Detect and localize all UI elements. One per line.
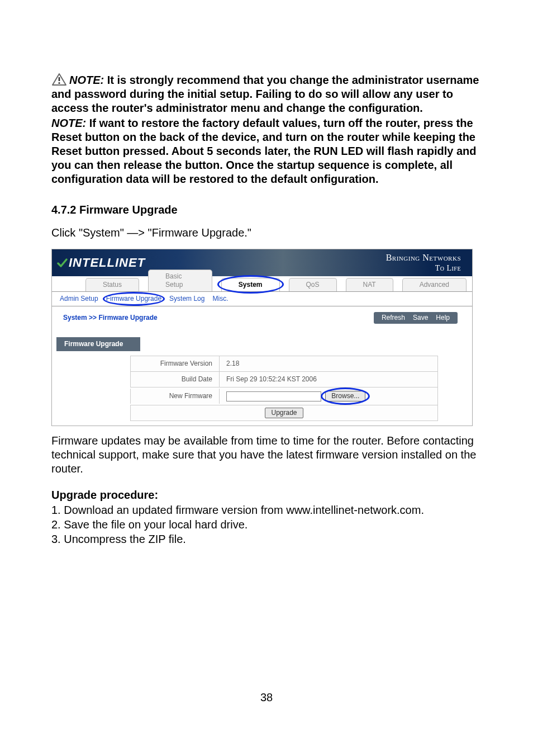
subtab-firmware-upgrade-label: Firmware Upgrade [106,295,161,303]
refresh-link[interactable]: Refresh [382,314,405,322]
logo-text: INTELLINET [69,255,145,271]
step-2: 2. Save the file on your local hard driv… [51,518,482,532]
help-link[interactable]: Help [436,314,450,322]
table-row: New Firmware Browse... [130,388,438,405]
note-label-1: NOTE: [69,74,104,86]
section-heading: 4.7.2 Firmware Upgrade [51,203,482,217]
page-number: 38 [0,691,533,705]
note-1: NOTE: It is strongly recommend that you … [51,73,482,115]
browse-button[interactable]: Browse... [325,391,365,401]
breadcrumb: System >> Firmware Upgrade [63,314,158,322]
tab-nat[interactable]: NAT [346,278,393,291]
panel-title: Firmware Upgrade [56,337,140,351]
intellinet-logo: INTELLINET [56,255,145,271]
note-text-1: It is strongly recommend that you change… [51,74,479,114]
tagline-1: Bringing Networks [386,252,461,263]
click-instruction: Click "System" —> "Firmware Upgrade." [51,226,482,240]
breadcrumb-row: System >> Firmware Upgrade Refresh Save … [52,309,472,327]
subtab-system-log[interactable]: System Log [169,295,204,303]
svg-point-1 [58,82,60,84]
firmware-table: Firmware Version 2.18 Build Date Fri Sep… [130,356,438,421]
fw-version-value: 2.18 [220,356,438,371]
tab-system[interactable]: System [221,278,280,291]
svg-rect-0 [59,77,60,81]
main-tabs: Status Basic Setup System QoS NAT Advanc… [52,276,472,292]
subtab-misc[interactable]: Misc. [212,295,228,303]
note-label-2: NOTE: [51,117,86,129]
tab-advanced[interactable]: Advanced [402,278,467,291]
build-date-label: Build Date [130,372,220,387]
table-row: Firmware Version 2.18 [130,356,438,372]
action-bar: Refresh Save Help [374,312,458,324]
note-2: NOTE: If want to restore the factory def… [51,116,482,186]
tab-status[interactable]: Status [85,278,139,291]
new-firmware-cell: Browse... [220,388,438,405]
new-firmware-label: New Firmware [130,389,220,404]
build-date-value: Fri Sep 29 10:52:24 KST 2006 [220,372,438,387]
save-link[interactable]: Save [413,314,428,322]
router-screenshot: INTELLINET Bringing Networks To Life Sta… [51,249,473,426]
tab-basic-setup[interactable]: Basic Setup [148,270,212,291]
procedure-heading: Upgrade procedure: [51,488,482,502]
upgrade-row: Upgrade [130,405,438,421]
fw-version-label: Firmware Version [130,356,220,371]
tab-qos[interactable]: QoS [289,278,337,291]
check-icon [56,257,68,268]
screenshot-header: INTELLINET Bringing Networks To Life [52,249,472,276]
file-input[interactable] [226,391,321,401]
tagline: Bringing Networks To Life [386,252,461,273]
step-3: 3. Uncompress the ZIP file. [51,532,482,546]
note-text-2: If want to restore the factory default v… [51,117,477,185]
step-1: 1. Download an updated firmware version … [51,503,482,517]
tagline-2: To Life [386,263,461,273]
tab-system-label: System [239,281,263,289]
sub-tabs: Admin Setup Firmware Upgrade System Log … [52,292,472,306]
warning-icon [51,73,67,86]
subtab-admin-setup[interactable]: Admin Setup [60,295,98,303]
subtab-firmware-upgrade[interactable]: Firmware Upgrade [106,295,161,303]
table-row: Build Date Fri Sep 29 10:52:24 KST 2006 [130,372,438,388]
firmware-para: Firmware updates may be available from t… [51,434,482,476]
upgrade-button[interactable]: Upgrade [265,408,303,418]
